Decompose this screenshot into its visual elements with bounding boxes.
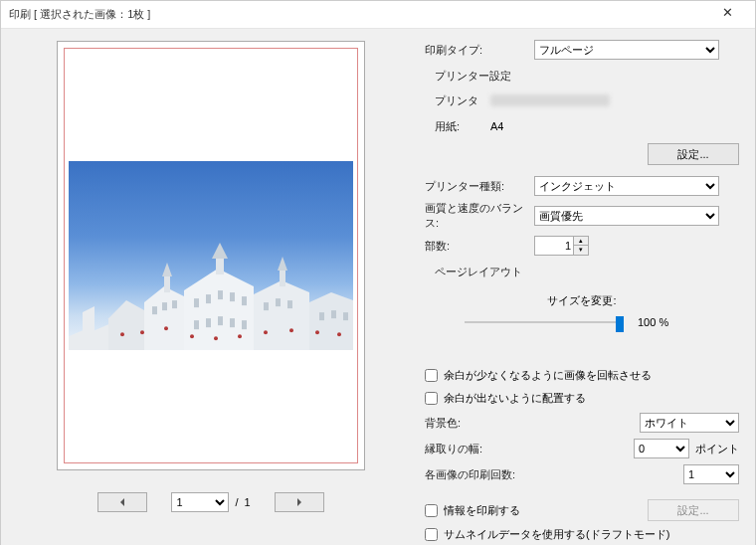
svg-point-34 <box>190 334 194 338</box>
resize-slider[interactable] <box>465 314 624 330</box>
rotate-checkbox-row: 余白が少なくなるように画像を回転させる <box>425 366 739 385</box>
svg-rect-23 <box>194 320 199 329</box>
border-width-select[interactable]: 0 <box>634 439 689 458</box>
svg-rect-27 <box>242 320 247 329</box>
paper-value: A4 <box>490 120 739 132</box>
print-count-each-label: 各画像の印刷回数: <box>425 467 554 482</box>
svg-marker-0 <box>69 306 108 350</box>
svg-rect-25 <box>218 316 223 325</box>
svg-rect-18 <box>230 292 235 301</box>
svg-rect-14 <box>172 300 177 308</box>
svg-point-38 <box>289 328 293 332</box>
svg-point-39 <box>315 330 319 334</box>
quality-balance-select[interactable]: 画質優先 <box>534 206 719 226</box>
fit-no-margin-label: 余白が出ないように配置する <box>444 391 586 406</box>
svg-point-37 <box>264 330 268 334</box>
settings-pane: 印刷タイプ: フルページ プリンター設定 プリンタ 用紙: A4 設定... プ… <box>421 29 755 545</box>
svg-rect-26 <box>230 318 235 327</box>
page-select[interactable]: 1 <box>171 492 229 512</box>
svg-marker-1 <box>108 300 144 350</box>
svg-rect-9 <box>280 269 285 286</box>
svg-rect-17 <box>218 290 223 299</box>
svg-marker-42 <box>297 498 301 506</box>
svg-rect-21 <box>276 298 281 306</box>
svg-marker-2 <box>144 286 184 350</box>
quality-balance-label: 画質と速度のバランス: <box>425 201 534 231</box>
close-icon[interactable]: ✕ <box>707 5 747 25</box>
rotate-less-margin-checkbox[interactable] <box>425 369 438 382</box>
svg-rect-20 <box>264 302 269 310</box>
print-info-label: 情報を印刷する <box>444 503 520 518</box>
svg-rect-30 <box>343 312 348 320</box>
use-thumbnail-checkbox[interactable] <box>425 528 438 541</box>
svg-rect-13 <box>162 302 167 310</box>
preview-image <box>69 161 353 350</box>
copies-label: 部数: <box>425 239 534 254</box>
chevron-left-icon <box>117 497 127 507</box>
copies-input[interactable] <box>534 236 574 256</box>
print-count-each-select[interactable]: 1 <box>683 464 739 484</box>
next-page-button[interactable] <box>275 492 324 512</box>
printer-label: プリンタ <box>435 93 490 108</box>
chevron-right-icon <box>294 497 304 507</box>
svg-rect-3 <box>164 274 170 292</box>
printer-kind-select[interactable]: インクジェット <box>534 176 719 196</box>
svg-marker-4 <box>162 263 172 276</box>
printer-settings-button[interactable]: 設定... <box>648 143 739 165</box>
svg-point-31 <box>120 332 124 336</box>
preview-margin-frame <box>64 48 358 463</box>
bgcolor-select[interactable]: ホワイト <box>640 413 739 433</box>
svg-rect-19 <box>242 296 247 305</box>
preview-page <box>57 41 365 470</box>
rotate-less-margin-label: 余白が少なくなるように画像を回転させる <box>444 368 652 383</box>
svg-rect-16 <box>206 294 211 303</box>
svg-rect-28 <box>319 312 324 320</box>
svg-point-32 <box>140 330 144 334</box>
svg-rect-22 <box>287 300 292 308</box>
preview-pane: 1 / 1 <box>1 29 421 545</box>
spin-up-icon[interactable]: ▴ <box>574 237 588 246</box>
svg-point-36 <box>238 334 242 338</box>
use-thumbnail-label: サムネイルデータを使用する(ドラフトモード) <box>444 527 669 542</box>
svg-rect-12 <box>152 306 157 314</box>
svg-marker-8 <box>254 280 309 350</box>
printer-kind-label: プリンター種類: <box>425 179 534 194</box>
svg-marker-41 <box>120 498 124 506</box>
fit-checkbox-row: 余白が出ないように配置する <box>425 389 739 408</box>
page-total: 1 <box>244 496 250 508</box>
svg-point-35 <box>214 336 218 340</box>
copies-spin[interactable]: ▴▾ <box>534 236 589 256</box>
printer-settings-label: プリンター設定 <box>425 69 739 84</box>
border-width-unit: ポイント <box>695 442 739 456</box>
bgcolor-label: 背景色: <box>425 416 534 431</box>
svg-rect-29 <box>331 310 336 318</box>
window-title: 印刷 [ 選択された画像：1枚 ] <box>9 7 150 22</box>
svg-marker-5 <box>184 269 254 350</box>
page-layout-label: ページレイアウト <box>425 265 739 279</box>
spin-down-icon[interactable]: ▾ <box>574 246 588 255</box>
print-info-checkbox[interactable] <box>425 504 438 517</box>
svg-rect-15 <box>194 298 199 307</box>
svg-marker-11 <box>309 292 353 350</box>
page-sep: / <box>235 496 238 508</box>
resize-percent: 100 % <box>638 316 668 328</box>
prev-page-button[interactable] <box>97 492 147 512</box>
svg-point-33 <box>164 326 168 330</box>
border-width-label: 縁取りの幅: <box>425 442 534 456</box>
svg-marker-10 <box>278 257 287 271</box>
printer-name-masked <box>490 94 610 106</box>
print-type-label: 印刷タイプ: <box>425 43 534 58</box>
print-type-select[interactable]: フルページ <box>534 40 719 60</box>
print-info-settings-button[interactable]: 設定... <box>648 499 739 521</box>
fit-no-margin-checkbox[interactable] <box>425 392 438 405</box>
resize-label: サイズを変更: <box>547 294 616 306</box>
svg-rect-24 <box>206 318 211 327</box>
svg-point-40 <box>337 332 341 336</box>
paper-label: 用紙: <box>435 119 490 134</box>
svg-marker-7 <box>212 243 228 259</box>
titlebar: 印刷 [ 選択された画像：1枚 ] ✕ <box>1 1 755 29</box>
